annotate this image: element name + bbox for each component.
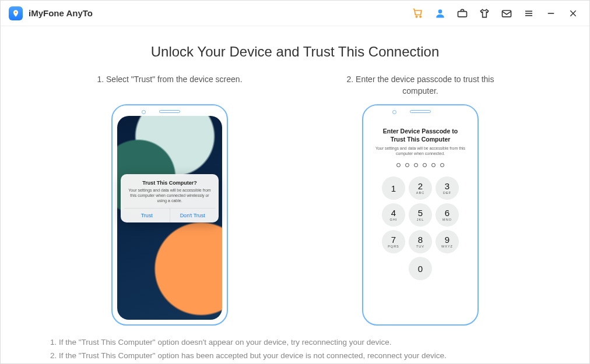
keypad-key-4: 4GHI [382, 203, 405, 227]
mail-icon[interactable] [498, 5, 515, 22]
phone-illustration-trust: Trust This Computer? Your settings and d… [111, 104, 228, 326]
svg-rect-4 [458, 11, 467, 16]
passcode-subtitle: Your settings and data will be accessibl… [375, 146, 466, 156]
trust-dialog: Trust This Computer? Your settings and d… [121, 174, 219, 222]
step-2-column: 2. Enter the device passcode to trust th… [333, 74, 508, 326]
keypad-key-5: 5JKL [409, 203, 432, 227]
note-1: 1. If the "Trust This Computer" option d… [50, 336, 540, 349]
keypad-key-3: 3DEF [436, 176, 459, 200]
trust-button: Trust [124, 208, 170, 222]
briefcase-icon[interactable] [454, 5, 470, 22]
cart-icon[interactable] [410, 5, 426, 22]
app-title: iMyFone AnyTo [29, 8, 93, 18]
app-logo-icon [9, 6, 23, 20]
close-button[interactable] [565, 5, 581, 22]
svg-point-0 [15, 11, 17, 13]
footer-notes: 1. If the "Trust This Computer" option d… [50, 336, 540, 363]
trust-dialog-title: Trust This Computer? [124, 180, 215, 186]
trust-dialog-desc: Your settings and data will be accessibl… [124, 188, 215, 208]
minimize-button[interactable] [543, 5, 559, 22]
note-2: 2. If the "Trust This Computer" option h… [50, 349, 540, 363]
account-icon[interactable] [432, 5, 448, 22]
svg-point-1 [416, 16, 417, 17]
shirt-icon[interactable] [476, 5, 493, 22]
keypad-key-6: 6MNO [436, 203, 459, 227]
svg-rect-5 [503, 10, 511, 17]
title-bar: iMyFone AnyTo [1, 1, 589, 26]
keypad-key-8: 8TUV [409, 230, 432, 253]
svg-point-3 [438, 9, 442, 13]
page-title: Unlock Your Device and Trust This Connec… [24, 44, 566, 60]
keypad-key-7: 7PQRS [382, 230, 405, 253]
keypad-key-2: 2ABC [409, 176, 432, 200]
keypad-empty [436, 257, 459, 280]
step-2-caption: 2. Enter the device passcode to trust th… [333, 74, 508, 97]
main-content: Unlock Your Device and Trust This Connec… [1, 26, 589, 364]
passcode-title: Enter Device Passcode to Trust This Comp… [375, 128, 466, 143]
step-1-caption: 1. Select "Trust" from the device screen… [82, 74, 257, 97]
step-1-column: 1. Select "Trust" from the device screen… [82, 74, 257, 326]
keypad-key-9: 9WXYZ [436, 230, 459, 253]
keypad-empty [382, 257, 405, 280]
phone-illustration-passcode: Enter Device Passcode to Trust This Comp… [362, 104, 479, 326]
dont-trust-button: Don't Trust [170, 208, 216, 222]
passcode-dots [396, 163, 444, 167]
svg-point-2 [420, 16, 421, 17]
keypad: 12ABC3DEF4GHI5JKL6MNO7PQRS8TUV9WXYZ0 [382, 176, 459, 280]
keypad-key-0: 0 [409, 257, 432, 280]
keypad-key-1: 1 [382, 176, 405, 200]
menu-icon[interactable] [521, 5, 537, 22]
